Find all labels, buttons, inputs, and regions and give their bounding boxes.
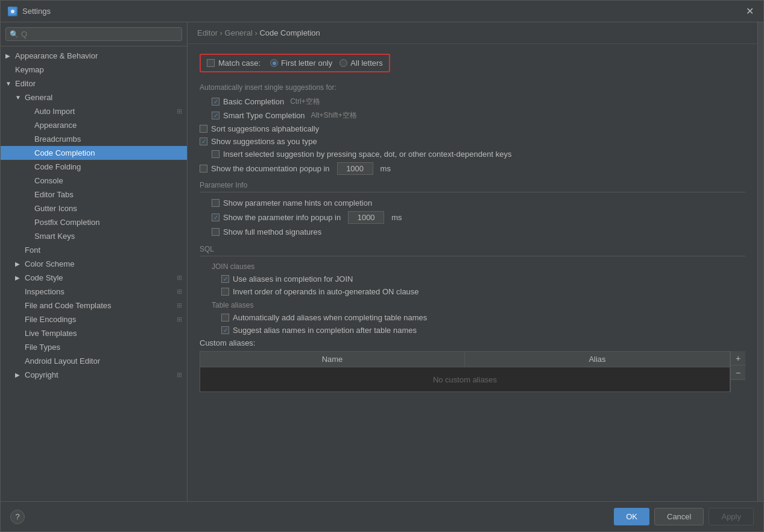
sidebar-item-inspections[interactable]: Inspections ⊞ bbox=[1, 285, 187, 299]
show-param-popup-checkbox[interactable]: Show the parameter info popup in bbox=[212, 213, 341, 222]
use-aliases-cb bbox=[221, 275, 229, 283]
sidebar-item-appearance-behavior[interactable]: ▶ Appearance & Behavior bbox=[1, 49, 187, 63]
sidebar-item-label: Android Layout Editor bbox=[25, 356, 100, 366]
add-alias-button[interactable]: + bbox=[731, 351, 745, 366]
smart-type-shortcut: Alt+Shift+空格 bbox=[311, 110, 357, 121]
sidebar-item-file-code-templates[interactable]: File and Code Templates ⊞ bbox=[1, 299, 187, 312]
join-clauses-label: JOIN clauses bbox=[200, 262, 745, 271]
sidebar-item-label: Color Scheme bbox=[25, 259, 74, 268]
sidebar-item-label: Code Completion bbox=[34, 148, 95, 157]
show-doc-popup-input[interactable] bbox=[337, 162, 373, 175]
sidebar-item-postfix-completion[interactable]: Postfix Completion bbox=[1, 215, 187, 229]
sidebar-item-code-completion[interactable]: Code Completion bbox=[1, 146, 187, 160]
sidebar-item-label: Console bbox=[34, 176, 63, 185]
sidebar-item-file-types[interactable]: File Types bbox=[1, 340, 187, 354]
spacer bbox=[25, 150, 32, 156]
sidebar-item-font[interactable]: Font bbox=[1, 243, 187, 257]
use-aliases-checkbox[interactable]: Use aliases in completion for JOIN bbox=[221, 274, 353, 283]
smart-type-label: Smart Type Completion bbox=[223, 111, 305, 120]
sidebar-item-general[interactable]: ▼ General bbox=[1, 90, 187, 104]
cancel-button[interactable]: Cancel bbox=[654, 508, 704, 525]
sort-alpha-checkbox[interactable]: Sort suggestions alphabetically bbox=[200, 124, 319, 133]
spacer bbox=[25, 177, 32, 184]
ok-button[interactable]: OK bbox=[614, 508, 649, 525]
sidebar-item-code-style[interactable]: ▶ Code Style ⊞ bbox=[1, 271, 187, 285]
close-button[interactable]: ✕ bbox=[743, 5, 756, 17]
first-letter-radio[interactable]: First letter only bbox=[270, 59, 332, 68]
show-suggestions-checkbox[interactable]: Show suggestions as you type bbox=[200, 137, 317, 146]
sidebar-item-label: General bbox=[25, 93, 52, 102]
sidebar-item-android-layout[interactable]: Android Layout Editor bbox=[1, 354, 187, 368]
sort-alpha-cb bbox=[200, 125, 207, 133]
breadcrumb-sep1: › bbox=[220, 28, 225, 37]
sidebar-item-copyright[interactable]: ▶ Copyright ⊞ bbox=[1, 368, 187, 382]
arrow-icon: ▶ bbox=[15, 261, 22, 267]
show-suggestions-cb bbox=[200, 138, 207, 145]
sidebar-item-live-templates[interactable]: Live Templates bbox=[1, 326, 187, 340]
right-scrollbar[interactable] bbox=[757, 22, 763, 501]
sidebar-item-label: Smart Keys bbox=[34, 232, 75, 241]
search-input[interactable] bbox=[21, 30, 178, 39]
sidebar-item-editor-tabs[interactable]: Editor Tabs bbox=[1, 188, 187, 201]
param-popup-input[interactable] bbox=[348, 211, 384, 224]
sidebar-tree: ▶ Appearance & Behavior Keymap ▼ Editor … bbox=[1, 46, 187, 501]
auto-add-aliases-checkbox[interactable]: Automatically add aliases when completin… bbox=[221, 313, 427, 322]
help-icon: ? bbox=[15, 512, 19, 521]
breadcrumb-editor: Editor bbox=[197, 28, 218, 37]
sidebar-item-label: Breadcrumbs bbox=[34, 135, 81, 144]
sidebar-item-color-scheme[interactable]: ▶ Color Scheme bbox=[1, 257, 187, 271]
suggest-names-checkbox[interactable]: Suggest alias names in completion after … bbox=[221, 326, 417, 335]
config-icon: ⊞ bbox=[177, 371, 182, 379]
show-doc-popup-row: Show the documentation popup in ms bbox=[200, 162, 745, 175]
basic-completion-cb bbox=[212, 98, 219, 106]
smart-type-checkbox[interactable]: Smart Type Completion bbox=[212, 111, 305, 120]
invert-order-label: Invert order of operands in auto-generat… bbox=[233, 287, 419, 296]
invert-order-checkbox[interactable]: Invert order of operands in auto-generat… bbox=[221, 287, 419, 296]
spacer bbox=[25, 122, 32, 128]
basic-completion-checkbox[interactable]: Basic Completion bbox=[212, 97, 284, 106]
apply-button[interactable]: Apply bbox=[709, 508, 754, 525]
show-signatures-label: Show full method signatures bbox=[223, 227, 321, 236]
sidebar-item-file-encodings[interactable]: File Encodings ⊞ bbox=[1, 312, 187, 326]
basic-completion-label: Basic Completion bbox=[223, 97, 284, 106]
sidebar-item-gutter-icons[interactable]: Gutter Icons bbox=[1, 201, 187, 215]
auto-insert-label: Automatically insert single suggestions … bbox=[200, 83, 745, 92]
spacer bbox=[15, 358, 22, 364]
show-signatures-row: Show full method signatures bbox=[200, 227, 745, 236]
arrow-icon: ▶ bbox=[15, 372, 22, 378]
show-doc-label-post: ms bbox=[380, 164, 391, 173]
sidebar-item-editor[interactable]: ▼ Editor bbox=[1, 77, 187, 90]
basic-completion-row: Basic Completion Ctrl+空格 bbox=[212, 97, 745, 107]
remove-alias-button[interactable]: − bbox=[731, 366, 745, 380]
sidebar-item-label: Keymap bbox=[15, 65, 44, 74]
show-signatures-checkbox[interactable]: Show full method signatures bbox=[212, 227, 321, 236]
content-area: Editor › General › Code Completion Match… bbox=[188, 22, 757, 501]
insert-selected-checkbox[interactable]: Insert selected suggestion by pressing s… bbox=[212, 150, 511, 159]
spacer bbox=[15, 316, 22, 323]
breadcrumb-current: Code Completion bbox=[259, 28, 320, 37]
sidebar-item-keymap[interactable]: Keymap bbox=[1, 63, 187, 77]
sidebar-item-label: Editor bbox=[15, 79, 36, 88]
sidebar-item-console[interactable]: Console bbox=[1, 174, 187, 188]
sidebar-item-breadcrumbs[interactable]: Breadcrumbs bbox=[1, 132, 187, 146]
show-param-hints-checkbox[interactable]: Show parameter name hints on completion bbox=[212, 198, 372, 207]
sidebar-item-code-folding[interactable]: Code Folding bbox=[1, 160, 187, 174]
spacer bbox=[25, 191, 32, 198]
show-param-hints-cb bbox=[212, 199, 219, 207]
custom-aliases-row: Custom aliases: bbox=[200, 338, 745, 347]
all-letters-radio[interactable]: All letters bbox=[339, 59, 382, 68]
insert-selected-label: Insert selected suggestion by pressing s… bbox=[223, 150, 511, 159]
table-body: No custom aliases bbox=[200, 367, 730, 391]
sidebar-item-smart-keys[interactable]: Smart Keys bbox=[1, 229, 187, 243]
sidebar-item-label: File Encodings bbox=[25, 315, 76, 324]
spacer bbox=[15, 330, 22, 337]
arrow-icon: ▶ bbox=[15, 274, 22, 281]
sidebar-item-appearance[interactable]: Appearance bbox=[1, 118, 187, 132]
match-case-checkbox[interactable]: Match case: bbox=[207, 59, 260, 68]
show-doc-popup-checkbox[interactable]: Show the documentation popup in bbox=[200, 164, 330, 173]
help-button[interactable]: ? bbox=[10, 510, 25, 524]
insert-selected-cb bbox=[212, 150, 219, 158]
sidebar-item-auto-import[interactable]: Auto Import ⊞ bbox=[1, 104, 187, 118]
svg-point-1 bbox=[11, 10, 14, 13]
auto-add-aliases-label: Automatically add aliases when completin… bbox=[233, 313, 427, 322]
